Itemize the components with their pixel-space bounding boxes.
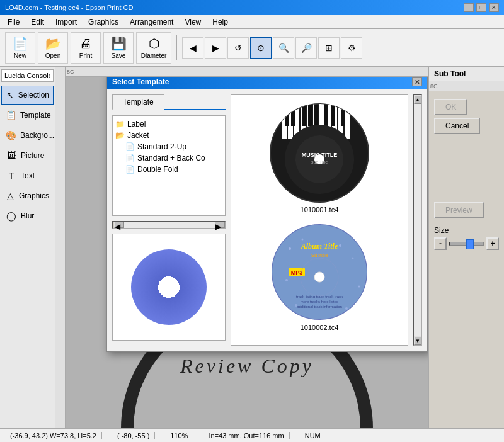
font-selector[interactable] (1, 69, 54, 82)
tree-item-label[interactable]: 📁 Label (115, 118, 222, 130)
thumbs-scrollbar[interactable]: ▲ ▼ (413, 94, 422, 346)
sidebar-item-graphics[interactable]: △ Graphics (1, 186, 54, 205)
new-label: New (14, 52, 26, 59)
svg-text:additional track information: additional track information (297, 305, 342, 309)
zoom-in-button[interactable]: 🔎 (295, 37, 317, 59)
folder-icon-label: 📁 (115, 120, 125, 128)
print-button[interactable]: 🖨 Print (71, 32, 101, 64)
svg-rect-15 (302, 104, 306, 126)
sidebar-item-template[interactable]: 📋 Template (1, 106, 54, 125)
background-icon: 🎨 (6, 130, 16, 140)
svg-text:Album Title: Album Title (300, 242, 338, 251)
status-coords: (-36.9, 43.2) W=73.8, H=5.2 (5, 432, 102, 439)
tree-label-text: Label (127, 120, 146, 128)
folder-icon-jacket: 📂 (115, 131, 125, 140)
view-button[interactable]: ⊙ (250, 37, 272, 59)
size-slider-track[interactable] (449, 242, 484, 246)
template-thumb-1[interactable]: MUSIC TITLE sub Title 1010001.tc4 (236, 100, 403, 216)
ok-button[interactable]: OK (434, 99, 467, 115)
open-button[interactable]: 📂 Open (38, 32, 68, 64)
tree-scrollbar[interactable]: ◀ ▶ (112, 221, 226, 229)
svg-point-31 (339, 244, 341, 247)
minimize-button[interactable]: ─ (464, 3, 474, 12)
print-icon: 🖨 (79, 37, 92, 51)
canvas-area: 8C Review Copy Select Template ✕ Templat… (55, 67, 428, 428)
status-mode: NUM (300, 432, 326, 439)
cd-svg-music: MUSIC TITLE sub Title (269, 103, 370, 203)
cancel-button[interactable]: Cancel (434, 118, 480, 134)
status-zoom: 110% (165, 432, 193, 439)
reload-button[interactable]: ↺ (227, 37, 249, 59)
tree-stdback-text: Standard + Back Co (137, 154, 205, 162)
sidebar-item-selection[interactable]: ↖ Selection (1, 86, 54, 105)
svg-rect-14 (291, 104, 295, 126)
forward-button[interactable]: ▶ (205, 37, 226, 59)
sidebar-item-blur[interactable]: ◯ Blur (1, 207, 54, 225)
template-2-label: 1010002.tc4 (301, 324, 339, 331)
dialog-close-button[interactable]: ✕ (412, 77, 422, 86)
thumbnails-list: MUSIC TITLE sub Title 1010001.tc4 (231, 94, 408, 346)
sidebar-item-background[interactable]: 🎨 Backgro... (1, 126, 54, 145)
menu-graphics[interactable]: Graphics (83, 16, 123, 28)
save-label: Save (112, 52, 126, 59)
dialog-title-text: Select Template (112, 77, 169, 86)
open-label: Open (45, 52, 60, 59)
svg-point-33 (285, 279, 288, 281)
size-plus-button[interactable]: + (486, 237, 499, 250)
text-icon: T (6, 171, 17, 181)
menu-import[interactable]: Import (50, 16, 82, 28)
size-label: Size (434, 226, 499, 235)
scroll-up-btn[interactable]: ▲ (414, 95, 421, 104)
sidebar-item-picture[interactable]: 🖼 Picture (1, 146, 54, 165)
scroll-right-btn[interactable]: ▶ (215, 222, 225, 228)
size-slider-thumb[interactable] (466, 239, 474, 249)
toolbar: 📄 New 📂 Open 🖨 Print 💾 Save ⬡ Diameter ◀… (0, 29, 504, 67)
close-button[interactable]: ✕ (489, 3, 499, 12)
sub-tool-header: Sub Tool (429, 67, 504, 81)
graphics-icon: △ (6, 191, 15, 201)
file-icon-stdback: 📄 (125, 154, 135, 162)
new-button[interactable]: 📄 New (5, 32, 35, 64)
tree-item-jacket[interactable]: 📂 Jacket (115, 130, 222, 141)
menu-help[interactable]: Help (207, 16, 233, 28)
tab-template[interactable]: Template (112, 94, 164, 110)
scroll-left-btn[interactable]: ◀ (114, 222, 124, 228)
dialog-left-panel: Template 📁 Label 📂 Jacket (112, 94, 226, 346)
sidebar-item-text[interactable]: T Text (1, 166, 54, 185)
scroll-down-btn[interactable]: ▼ (414, 336, 421, 345)
save-button[interactable]: 💾 Save (103, 32, 134, 64)
zoom-fit-button[interactable]: 🔍 (273, 37, 294, 59)
back-button[interactable]: ◀ (182, 37, 203, 59)
text-label: Text (21, 171, 35, 180)
dialog-body: Template 📁 Label 📂 Jacket (107, 89, 427, 351)
menu-edit[interactable]: Edit (26, 16, 49, 28)
tree-item-doublefold[interactable]: 📄 Double Fold (125, 164, 222, 175)
size-minus-button[interactable]: - (434, 237, 447, 250)
svg-text:track listing track track trac: track listing track track track (295, 295, 343, 298)
selection-icon: ↖ (6, 90, 14, 100)
maximize-button[interactable]: □ (476, 3, 486, 12)
cd-preview-music: MUSIC TITLE sub Title (269, 103, 370, 203)
ruler-top-right: 8C (429, 81, 504, 91)
svg-point-36 (345, 307, 348, 310)
file-icon-std2up: 📄 (125, 142, 135, 151)
preview-button[interactable]: Preview (434, 202, 484, 218)
svg-text:sub Title: sub Title (311, 160, 328, 164)
settings-button[interactable]: ⚙ (341, 37, 362, 59)
diameter-button[interactable]: ⬡ Diameter (136, 32, 171, 64)
tree-item-standardback[interactable]: 📄 Standard + Back Co (125, 152, 222, 164)
menu-arrangement[interactable]: Arrangement (125, 16, 178, 28)
save-icon: 💾 (111, 36, 127, 51)
status-pos: ( -80, -55 ) (112, 432, 155, 439)
template-thumb-2[interactable]: Album Title Subtitle MP3 (236, 221, 403, 334)
menu-file[interactable]: File (3, 16, 25, 28)
template-label: Template (20, 111, 51, 120)
grid-button[interactable]: ⊞ (318, 37, 340, 59)
menu-view[interactable]: View (180, 16, 206, 28)
cd-svg-album: Album Title Subtitle MP3 (271, 224, 369, 321)
picture-icon: 🖼 (6, 150, 17, 161)
svg-point-30 (301, 239, 303, 241)
template-tree[interactable]: 📁 Label 📂 Jacket 📄 Standard 2-Up (112, 115, 226, 216)
modal-overlay: Select Template ✕ Template 📁 Label (55, 67, 428, 428)
tree-item-standard2up[interactable]: 📄 Standard 2-Up (125, 141, 222, 152)
